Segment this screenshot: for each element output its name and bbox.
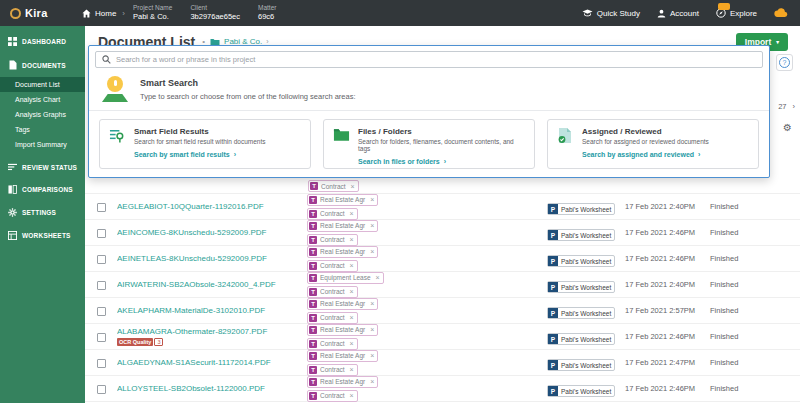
- document-filename-link[interactable]: ALLOYSTEEL-SB2Obsolet-1122000.PDF: [117, 384, 307, 393]
- tag-chip[interactable]: TContract×: [307, 312, 358, 324]
- sidebar-item-comparisons[interactable]: COMPARISONS: [0, 178, 85, 201]
- row-checkbox[interactable]: [97, 229, 106, 238]
- worksheet-badge[interactable]: P Pabi's Worksheet: [547, 203, 615, 215]
- sidebar-item-tags[interactable]: Tags: [0, 122, 85, 137]
- row-checkbox[interactable]: [97, 203, 106, 212]
- row-checkbox[interactable]: [97, 307, 106, 316]
- tag-chip[interactable]: TReal Estate Agr×: [307, 246, 378, 258]
- folder-green-icon: [333, 127, 351, 142]
- card-description: Search for folders, filenames, document …: [358, 138, 526, 152]
- tag-chip[interactable]: TContract×: [307, 260, 358, 272]
- tag-chip[interactable]: TReal Estate Agr×: [307, 220, 378, 232]
- search-input[interactable]: [116, 55, 756, 64]
- row-checkbox[interactable]: [97, 385, 106, 394]
- tag-chip[interactable]: TContract×: [307, 208, 358, 220]
- comparisons-icon: [8, 185, 17, 194]
- home-link[interactable]: Home: [82, 9, 116, 18]
- document-filename-link[interactable]: AEINCOMEG-8KUnschedu-5292009.PDF: [117, 228, 307, 237]
- tag-remove-icon[interactable]: ×: [350, 210, 354, 217]
- document-filename-link[interactable]: AEINETLEAS-8KUnschedu-5292009.PDF: [117, 254, 307, 263]
- tag-remove-icon[interactable]: ×: [370, 352, 374, 359]
- tag-remove-icon[interactable]: ×: [370, 196, 374, 203]
- tag-chip[interactable]: TContract×: [307, 364, 358, 376]
- help-button[interactable]: ?: [776, 54, 793, 71]
- document-filename-link[interactable]: ALGAEDYNAM-S1ASecurit-11172014.PDF: [117, 358, 307, 367]
- worksheet-badge[interactable]: P Pabi's Worksheet: [547, 333, 615, 345]
- tag-chip[interactable]: TReal Estate Agr×: [307, 298, 378, 310]
- search-area-cards: Smart Field Results Search for smart fie…: [89, 111, 769, 169]
- smart-search-overlay: Smart Search Type to search or choose fr…: [88, 45, 770, 178]
- row-checkbox[interactable]: [97, 359, 106, 368]
- tag-remove-icon[interactable]: ×: [370, 326, 374, 333]
- pagination-next-icon[interactable]: ›: [793, 102, 796, 111]
- search-by-assigned-link[interactable]: Search by assigned and reviewed ›: [582, 151, 750, 158]
- tag-chip[interactable]: TEquipment Lease×: [307, 272, 384, 284]
- import-caret-icon: ▾: [776, 39, 779, 45]
- quick-study-button[interactable]: Quick Study: [582, 9, 640, 18]
- tag-remove-icon[interactable]: ×: [350, 314, 354, 321]
- row-checkbox[interactable]: [97, 255, 106, 264]
- account-button[interactable]: Account: [657, 9, 699, 18]
- tag-chip[interactable]: TContract×: [307, 338, 358, 350]
- search-in-files-link[interactable]: Search in files or folders ›: [358, 158, 526, 165]
- worksheet-badge[interactable]: P Pabi's Worksheet: [547, 281, 615, 293]
- sidebar-label-tags: Tags: [15, 126, 30, 133]
- tag-remove-icon[interactable]: ×: [350, 288, 354, 295]
- kira-logo[interactable]: Kira: [0, 7, 78, 19]
- tag-chip[interactable]: TReal Estate Agr×: [307, 194, 378, 206]
- row-checkbox[interactable]: [97, 333, 106, 342]
- tag-remove-icon[interactable]: ×: [350, 236, 354, 243]
- sidebar-item-analysis-graphs[interactable]: Analysis Graphs: [0, 107, 85, 122]
- tag-chip[interactable]: TReal Estate Agr×: [307, 350, 378, 362]
- imported-date: 17 Feb 2021 2:46PM: [625, 254, 710, 263]
- filename-cell: AKELAPHARM-MaterialDe-3102010.PDF: [117, 306, 307, 315]
- tag-remove-icon[interactable]: ×: [370, 222, 374, 229]
- tag-remove-icon[interactable]: ×: [350, 392, 354, 399]
- sidebar-item-worksheets[interactable]: WORKSHEETS: [0, 224, 85, 247]
- card-files-folders[interactable]: Files / Folders Search for folders, file…: [323, 119, 535, 169]
- tag-remove-icon[interactable]: ×: [350, 366, 354, 373]
- document-filename-link[interactable]: AIRWATERIN-SB2AObsole-3242000_4.PDF: [117, 280, 307, 289]
- worksheet-badge[interactable]: P Pabi's Worksheet: [547, 229, 615, 241]
- document-filename-link[interactable]: AEGLEABIOT-10QQuarter-1192016.PDF: [117, 202, 307, 211]
- tag-remove-icon[interactable]: ×: [370, 248, 374, 255]
- card-smart-field-results[interactable]: Smart Field Results Search for smart fie…: [99, 119, 311, 169]
- card-link-label: Search by smart field results: [134, 151, 230, 158]
- row-checkbox[interactable]: [97, 281, 106, 290]
- worksheet-badge[interactable]: P Pabi's Worksheet: [547, 255, 615, 267]
- search-by-smart-field-link[interactable]: Search by smart field results ›: [134, 151, 302, 158]
- sidebar-item-document-list[interactable]: Document List: [0, 77, 85, 92]
- list-settings-gear-icon[interactable]: ⚙: [783, 122, 792, 133]
- tag-remove-icon[interactable]: ×: [376, 274, 380, 281]
- tag-remove-icon[interactable]: ×: [350, 340, 354, 347]
- document-filename-link[interactable]: ALABAMAGRA-Othermater-8292007.PDF: [117, 327, 307, 336]
- cloud-sync-icon[interactable]: [774, 8, 788, 18]
- sidebar-item-settings[interactable]: SETTINGS: [0, 201, 85, 224]
- sidebar-item-documents[interactable]: DOCUMENTS: [0, 53, 85, 77]
- explore-button[interactable]: Explore: [716, 8, 757, 18]
- tag-chip[interactable]: TReal Estate Agr×: [307, 376, 378, 388]
- sidebar-item-analysis-chart[interactable]: Analysis Chart: [0, 92, 85, 107]
- worksheet-badge[interactable]: P Pabi's Worksheet: [547, 359, 615, 371]
- tag-remove-icon[interactable]: ×: [351, 183, 355, 190]
- search-bar[interactable]: [95, 51, 763, 68]
- sidebar-item-import-summary[interactable]: Import Summary: [0, 137, 85, 152]
- tag-remove-icon[interactable]: ×: [370, 378, 374, 385]
- worksheet-badge[interactable]: P Pabi's Worksheet: [547, 307, 615, 319]
- sidebar-item-dashboard[interactable]: DASHBOARD: [0, 30, 85, 53]
- tag-remove-icon[interactable]: ×: [370, 300, 374, 307]
- imported-date: 17 Feb 2021 2:46PM: [625, 384, 710, 393]
- tag-chip[interactable]: TContract×: [307, 286, 358, 298]
- tag-chip[interactable]: T Contract ×: [308, 180, 359, 192]
- worksheet-badge[interactable]: P Pabi's Worksheet: [547, 385, 615, 397]
- card-assigned-reviewed[interactable]: Assigned / Reviewed Search for assigned …: [547, 119, 759, 169]
- sidebar-item-review-status[interactable]: REVIEW STATUS: [0, 156, 85, 178]
- tag-chip[interactable]: TReal Estate Agr×: [307, 324, 378, 336]
- tag-chip[interactable]: TContract×: [307, 390, 358, 402]
- document-filename-link[interactable]: AKELAPHARM-MaterialDe-3102010.PDF: [117, 306, 307, 315]
- filename-cell: AEINETLEAS-8KUnschedu-5292009.PDF: [117, 254, 307, 263]
- project-name-value: Pabi & Co.: [133, 12, 172, 21]
- tag-chip[interactable]: TContract×: [307, 234, 358, 246]
- tag-remove-icon[interactable]: ×: [350, 262, 354, 269]
- sidebar-label-document-list: Document List: [15, 81, 60, 88]
